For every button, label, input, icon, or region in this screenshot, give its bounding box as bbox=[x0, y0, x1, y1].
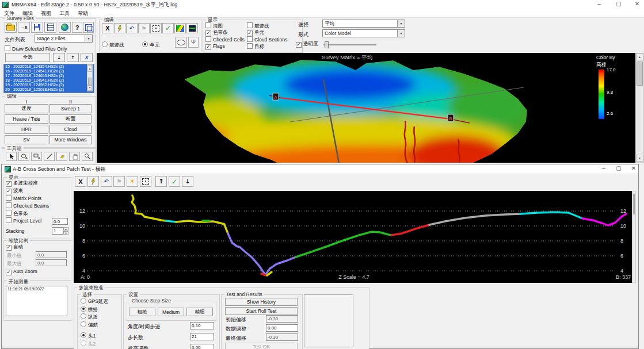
accept-button[interactable]: ✓ bbox=[162, 23, 174, 33]
chevron-down-icon[interactable]: ▼ bbox=[397, 30, 405, 37]
checkbox-色带条[interactable]: 色带条 bbox=[6, 210, 28, 217]
checkbox-box[interactable]: ✓ bbox=[205, 30, 211, 36]
track-lines-radio[interactable]: 航迹线 bbox=[102, 41, 124, 49]
line-tool-button[interactable] bbox=[44, 152, 55, 161]
globe-view-button[interactable] bbox=[59, 22, 71, 33]
radio-circle[interactable] bbox=[81, 340, 86, 346]
eraser-tool-button[interactable] bbox=[56, 152, 67, 161]
contours-button[interactable] bbox=[186, 23, 198, 33]
scroll-thumb[interactable] bbox=[637, 62, 643, 86]
results-history-list[interactable] bbox=[304, 294, 353, 347]
stacking-input[interactable]: 1 bbox=[52, 227, 63, 235]
reject-button[interactable]: X bbox=[75, 176, 86, 187]
caliper-button[interactable]: Ψ bbox=[188, 37, 199, 48]
radio-circle[interactable] bbox=[81, 332, 86, 338]
show-history-button[interactable]: Show History bbox=[225, 298, 298, 306]
checkbox-box[interactable]: ✓ bbox=[6, 245, 12, 251]
checkbox-单元[interactable]: ✓单元 bbox=[247, 29, 264, 36]
menu-item[interactable]: 工具 bbox=[55, 9, 74, 18]
scroll-up-icon[interactable]: ▲ bbox=[87, 65, 92, 72]
step-size-button[interactable]: Medium bbox=[158, 308, 184, 316]
menu-item[interactable]: 视图 bbox=[37, 9, 55, 18]
checkbox-Matrix Points[interactable]: Matrix Points bbox=[6, 195, 41, 201]
flag-button[interactable]: ⚑ bbox=[113, 176, 125, 187]
menu-item[interactable]: 帮助 bbox=[74, 9, 92, 18]
select-all-button[interactable]: 全选 bbox=[5, 53, 50, 62]
checkbox-box[interactable]: ✓ bbox=[205, 44, 211, 50]
edit-window-button[interactable]: SV bbox=[5, 135, 48, 144]
auto-filter-button[interactable] bbox=[114, 23, 125, 33]
stage-dropdown[interactable]: Stage 2 Files ▼ bbox=[35, 34, 93, 43]
checkbox-box[interactable]: ✓ bbox=[6, 181, 12, 187]
move-up-button[interactable]: ↑ bbox=[67, 53, 79, 62]
field-input[interactable]: 0.10 bbox=[190, 322, 214, 329]
move-down-button[interactable]: ↓ bbox=[53, 53, 65, 62]
step-size-button[interactable]: 粗糙 bbox=[129, 308, 155, 316]
checkbox-波束[interactable]: ✓波束 bbox=[6, 187, 23, 194]
radio-头1[interactable]: 头1 bbox=[81, 332, 96, 340]
radio-circle[interactable] bbox=[81, 306, 86, 312]
field-input[interactable]: 0.00 bbox=[190, 344, 214, 349]
select-region-button[interactable] bbox=[150, 23, 162, 33]
radio-横摇[interactable]: 横摇 bbox=[81, 306, 98, 313]
help-button[interactable]: ? bbox=[72, 22, 82, 33]
checkbox-box[interactable] bbox=[5, 45, 10, 51]
pointer-tool-button[interactable] bbox=[6, 152, 17, 161]
reject-button[interactable]: X bbox=[102, 23, 113, 33]
chevron-down-icon[interactable]: ▼ bbox=[85, 35, 92, 42]
checkbox-Checked Beams[interactable]: Checked Beams bbox=[6, 202, 49, 209]
radio-circle[interactable] bbox=[81, 321, 86, 327]
survey-start-list[interactable]: 11:16:21 05/19/2022 bbox=[6, 286, 67, 316]
transparency-slider[interactable] bbox=[323, 44, 376, 45]
auto-zoom-checkbox[interactable]: ✓Auto Zoom bbox=[6, 269, 37, 275]
colormap-button[interactable] bbox=[174, 23, 186, 33]
lasso-select-tool-button[interactable] bbox=[18, 152, 29, 161]
radio-circle[interactable] bbox=[102, 41, 108, 47]
checkbox-box[interactable] bbox=[247, 43, 253, 49]
draw-selected-checkbox[interactable]: Draw Selected Files Only bbox=[5, 45, 67, 52]
pan-tool-button[interactable] bbox=[69, 152, 80, 161]
field-input[interactable]: -0.30 bbox=[266, 333, 298, 341]
maximize-button[interactable]: ▢ bbox=[613, 165, 624, 171]
brightness-button[interactable]: ☀ bbox=[127, 176, 138, 187]
flag-button[interactable]: ⚑ bbox=[138, 23, 150, 33]
checkbox-box[interactable] bbox=[247, 36, 253, 42]
scroll-up-icon[interactable]: ▲ bbox=[636, 53, 643, 60]
scroll-thumb[interactable] bbox=[633, 194, 635, 214]
zoom-tool-button[interactable] bbox=[82, 152, 93, 161]
file-list[interactable]: 15 - 20220519_124354.HS2x (2)16 - 202205… bbox=[3, 64, 94, 93]
accept-button[interactable]: ✓ bbox=[169, 176, 180, 187]
file-list-item[interactable]: 19 - 20220519_124952.HS2x (2) bbox=[4, 83, 94, 87]
checkbox-Flags[interactable]: ✓Flags bbox=[205, 43, 225, 50]
field-input[interactable]: -0.30 bbox=[266, 315, 298, 323]
project-level-input[interactable]: 0.0 bbox=[52, 218, 68, 225]
delete-files-button[interactable]: X bbox=[81, 53, 93, 62]
transparency-slider-thumb[interactable] bbox=[325, 41, 329, 48]
file-list-item[interactable]: 17 - 20220519_124653.HS2x (2) bbox=[4, 74, 94, 78]
view3d-scrollbar[interactable]: ▲ ▼ bbox=[635, 53, 644, 163]
stage2-button[interactable]: →II bbox=[18, 22, 30, 33]
checkbox-box[interactable] bbox=[205, 36, 211, 42]
edit-window-button[interactable]: 断面 bbox=[49, 114, 92, 124]
shift-down-button[interactable]: ↓ bbox=[182, 176, 193, 187]
scroll-down-icon[interactable]: ▼ bbox=[636, 155, 643, 162]
checkbox-box[interactable] bbox=[6, 210, 12, 216]
minimize-button[interactable]: – bbox=[599, 165, 609, 171]
close-button[interactable]: ✕ bbox=[628, 165, 639, 171]
file-list-scrollbar[interactable]: ▲ ▼ bbox=[87, 64, 93, 91]
edit-window-button[interactable]: Cloud bbox=[49, 125, 92, 134]
radio-circle[interactable] bbox=[81, 298, 86, 304]
radio-纵摇[interactable]: 纵摇 bbox=[81, 313, 98, 321]
checkbox-box[interactable]: ✓ bbox=[6, 189, 12, 194]
survey-start-entry[interactable]: 11:16:21 05/19/2022 bbox=[7, 287, 66, 291]
checkbox-box[interactable]: ✓ bbox=[6, 270, 12, 275]
checkbox-Cloud Sections[interactable]: Cloud Sections bbox=[247, 36, 287, 43]
cube-view-button[interactable] bbox=[83, 22, 94, 33]
edit-window-button[interactable]: Heave / Tide bbox=[5, 114, 48, 124]
checkbox-Project Level[interactable]: Project Level bbox=[6, 217, 41, 224]
max-input[interactable]: 0.0 bbox=[36, 259, 67, 266]
rect-select-tool-button[interactable] bbox=[31, 152, 42, 161]
scroll-thumb[interactable] bbox=[88, 78, 92, 86]
spinner-up-icon[interactable]: ▲ bbox=[63, 227, 68, 231]
edit-window-button[interactable]: HPR bbox=[5, 125, 48, 134]
